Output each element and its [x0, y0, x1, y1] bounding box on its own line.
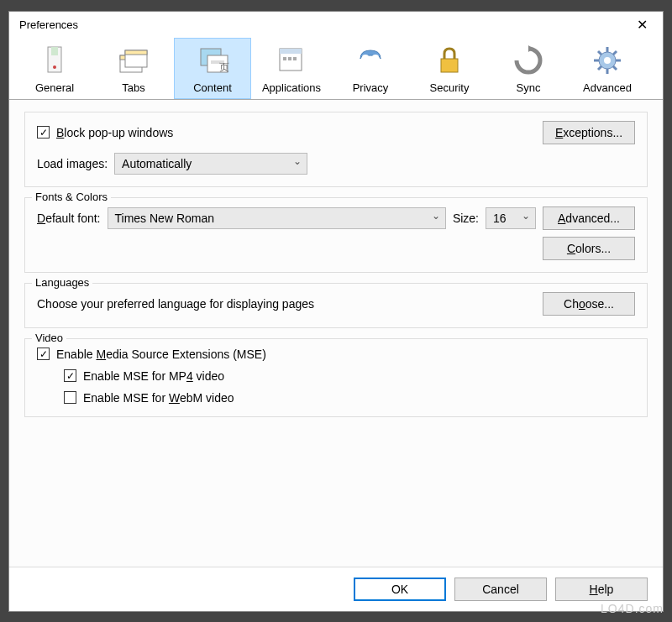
toolbar-privacy[interactable]: Privacy [332, 38, 409, 99]
svg-rect-1 [51, 47, 58, 55]
webm-checkbox[interactable] [64, 391, 76, 404]
toolbar-advanced[interactable]: Advanced [569, 38, 646, 99]
size-select[interactable]: 16 [486, 207, 536, 229]
video-legend: Video [32, 332, 66, 344]
toolbar-tabs[interactable]: Tabs [95, 38, 172, 99]
svg-point-17 [372, 55, 379, 60]
svg-rect-18 [441, 59, 458, 72]
svg-point-16 [362, 55, 369, 60]
exceptions-button[interactable]: Exceptions... [543, 121, 635, 144]
toolbar-tabs-label: Tabs [122, 81, 144, 94]
load-images-select[interactable]: Automatically [114, 153, 307, 175]
svg-point-21 [604, 57, 611, 64]
toolbar-general-label: General [35, 81, 74, 94]
advanced-icon [588, 41, 627, 80]
security-icon [430, 41, 469, 80]
svg-line-26 [598, 51, 601, 55]
fonts-advanced-button[interactable]: Advanced... [543, 206, 635, 230]
preferences-window: Preferences ✕ General Tabs 页 Content Ap [8, 11, 664, 612]
sync-icon [509, 41, 548, 80]
toolbar: General Tabs 页 Content Applications Priv… [9, 36, 663, 100]
svg-rect-12 [280, 49, 302, 54]
svg-rect-6 [125, 50, 147, 55]
toolbar-applications-label: Applications [262, 81, 321, 94]
help-button[interactable]: Help [555, 578, 648, 601]
fonts-group: Fonts & Colors Default font: Times New R… [24, 197, 648, 273]
window-title: Preferences [19, 18, 78, 31]
languages-desc: Choose your preferred language for displ… [37, 297, 314, 311]
tabs-icon [114, 41, 153, 80]
default-font-label: Default font: [37, 212, 101, 225]
toolbar-general[interactable]: General [16, 38, 93, 99]
load-images-label: Load images: [37, 157, 108, 170]
dialog-footer: OK Cancel Help [9, 567, 663, 611]
svg-rect-13 [283, 57, 286, 60]
colors-button[interactable]: Colors... [543, 237, 635, 260]
svg-point-2 [53, 65, 56, 69]
privacy-icon [351, 41, 390, 80]
svg-line-29 [598, 66, 601, 70]
toolbar-privacy-label: Privacy [353, 81, 389, 94]
video-group: Video ✓ Enable Media Source Extensions (… [24, 338, 648, 417]
applications-icon [272, 41, 311, 80]
toolbar-content[interactable]: 页 Content [174, 38, 251, 99]
toolbar-sync-label: Sync [517, 81, 541, 94]
popup-group: ✓ Block pop-up windows Exceptions... Loa… [24, 112, 648, 187]
size-label: Size: [453, 212, 479, 225]
content-panel: ✓ Block pop-up windows Exceptions... Loa… [9, 100, 663, 567]
mp4-label: Enable MSE for MP4 video [83, 369, 224, 383]
svg-rect-15 [293, 57, 297, 60]
mse-label: Enable Media Source Extensions (MSE) [56, 348, 266, 361]
svg-rect-14 [288, 57, 291, 60]
content-icon: 页 [193, 41, 232, 80]
watermark: LO4D.com [601, 602, 664, 615]
svg-line-28 [613, 51, 617, 55]
block-popups-label: Block pop-up windows [56, 126, 173, 139]
svg-line-27 [613, 66, 617, 70]
toolbar-security-label: Security [430, 81, 470, 94]
toolbar-applications[interactable]: Applications [253, 38, 330, 99]
cancel-button[interactable]: Cancel [454, 578, 547, 601]
toolbar-content-label: Content [193, 81, 232, 94]
mp4-checkbox[interactable]: ✓ [64, 369, 76, 382]
toolbar-security[interactable]: Security [411, 38, 488, 99]
languages-group: Languages Choose your preferred language… [24, 283, 648, 328]
block-popups-checkbox[interactable]: ✓ [37, 126, 50, 139]
languages-legend: Languages [32, 276, 92, 289]
general-icon [35, 41, 74, 80]
close-icon[interactable]: ✕ [632, 17, 653, 33]
choose-button[interactable]: Choose... [543, 292, 635, 316]
svg-text:页: 页 [219, 61, 229, 73]
titlebar: Preferences ✕ [9, 12, 663, 36]
webm-label: Enable MSE for WebM video [83, 391, 234, 405]
fonts-legend: Fonts & Colors [32, 191, 111, 203]
mse-checkbox[interactable]: ✓ [37, 348, 50, 360]
toolbar-sync[interactable]: Sync [490, 38, 567, 99]
ok-button[interactable]: OK [354, 578, 446, 601]
toolbar-advanced-label: Advanced [583, 81, 632, 94]
default-font-select[interactable]: Times New Roman [108, 207, 446, 229]
